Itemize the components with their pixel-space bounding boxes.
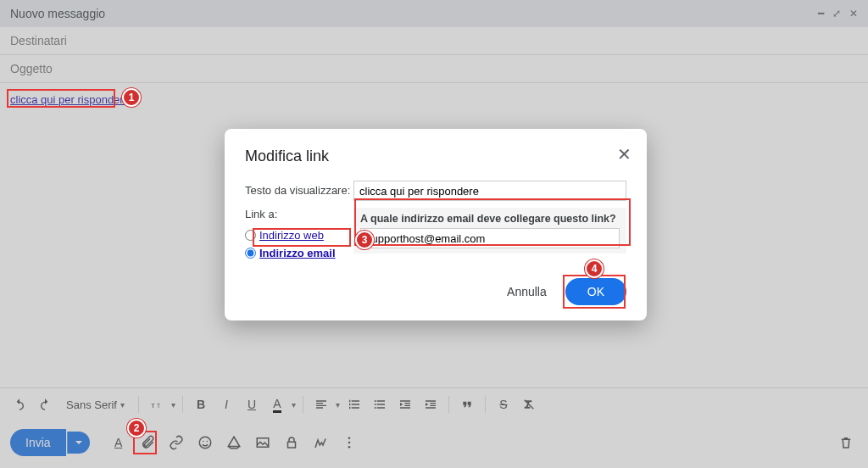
email-question-label: A quale indirizzo email deve collegare q… [360,213,620,225]
display-text-input[interactable] [353,181,626,201]
radio-email-label: Indirizzo email [259,247,336,259]
radio-web-label: Indirizzo web [259,229,324,242]
email-address-input[interactable] [360,228,620,248]
email-target-panel: A quale indirizzo email deve collegare q… [353,208,626,254]
ok-button[interactable]: OK [565,278,626,305]
radio-email-input[interactable] [245,248,256,259]
radio-web-address[interactable]: Indirizzo web [245,229,353,242]
radio-web-input[interactable] [245,230,256,241]
link-to-label: Link a: [245,208,353,220]
radio-email-address[interactable]: Indirizzo email [245,247,353,259]
dialog-title: Modifica link [245,148,626,165]
edit-link-dialog: ✕ Modifica link Testo da visualizzare: L… [225,129,647,320]
cancel-button[interactable]: Annulla [498,278,555,305]
display-text-label: Testo da visualizzare: [245,181,353,197]
close-icon[interactable]: ✕ [617,144,632,164]
